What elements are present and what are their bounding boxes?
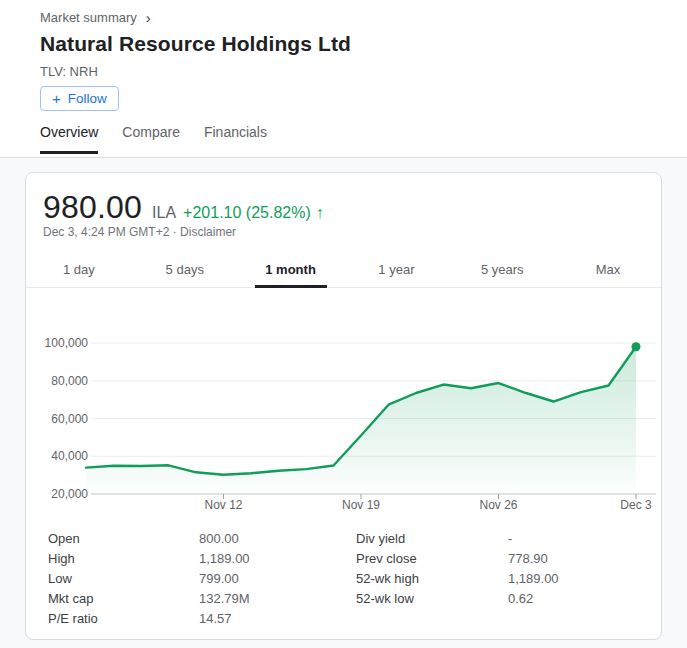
exchange-ticker: TLV: NRH: [40, 64, 98, 79]
stats-table-left: Open800.00 High1,189.00 Low799.00 Mkt ca…: [48, 529, 348, 629]
y-axis-label: 80,000: [41, 374, 88, 388]
stats-row: 52-wk high1,189.00: [356, 569, 656, 589]
stat-value: 799.00: [199, 569, 239, 589]
stat-value: 1,189.00: [508, 569, 559, 589]
range-tabs: 1 day 5 days 1 month 1 year 5 years Max: [26, 251, 661, 288]
price-change: +201.10 (25.82%): [183, 204, 311, 222]
quote-row: 980.00 ILA +201.10 (25.82%) ↑: [43, 189, 324, 226]
stat-label: Open: [48, 531, 80, 546]
x-axis-label: Nov 26: [459, 498, 539, 512]
disclaimer-link[interactable]: Disclaimer: [180, 225, 236, 239]
nav-tabs: Overview Compare Financials: [40, 124, 267, 154]
breadcrumb-label[interactable]: Market summary: [40, 10, 137, 25]
price-chart[interactable]: 20,00040,00060,00080,000100,000Nov 12Nov…: [41, 331, 661, 516]
follow-button[interactable]: + Follow: [40, 86, 119, 111]
stat-value: 800.00: [199, 529, 239, 549]
stat-label: Div yield: [356, 531, 405, 546]
stat-value: 1,189.00: [199, 549, 250, 569]
stat-label: Prev close: [356, 551, 417, 566]
current-price: 980.00: [43, 189, 142, 226]
stats-row: Prev close778.90: [356, 549, 656, 569]
stat-value: 132.79M: [199, 589, 250, 609]
stats-row: Div yield-: [356, 529, 656, 549]
plus-icon: +: [52, 90, 61, 107]
quote-timestamp-row: Dec 3, 4:24 PM GMT+2 · Disclaimer: [43, 225, 236, 239]
chevron-right-icon: ›: [146, 11, 151, 24]
stats-row: Open800.00: [48, 529, 348, 549]
price-chart-svg[interactable]: [41, 331, 661, 516]
range-tab-max[interactable]: Max: [555, 251, 661, 287]
range-tab-1-day[interactable]: 1 day: [26, 251, 132, 287]
endpoint-dot: [632, 342, 641, 351]
stat-label: P/E ratio: [48, 611, 98, 626]
tab-overview[interactable]: Overview: [40, 124, 98, 154]
stat-label: 52-wk high: [356, 571, 419, 586]
stat-label: Low: [48, 571, 72, 586]
y-axis-label: 40,000: [41, 449, 88, 463]
stat-value: 778.90: [508, 549, 548, 569]
stats-row: P/E ratio14.57: [48, 609, 348, 629]
range-tab-1-year[interactable]: 1 year: [343, 251, 449, 287]
y-axis-label: 100,000: [41, 336, 88, 350]
y-axis-label: 20,000: [41, 487, 88, 501]
quote-timestamp: Dec 3, 4:24 PM GMT+2: [43, 225, 169, 239]
stat-value: -: [508, 529, 512, 549]
stat-value: 0.62: [508, 589, 533, 609]
page-title: Natural Resource Holdings Ltd: [40, 32, 351, 56]
quote-card: 980.00 ILA +201.10 (25.82%) ↑ Dec 3, 4:2…: [25, 172, 662, 640]
stats-table-right: Div yield- Prev close778.90 52-wk high1,…: [356, 529, 656, 609]
range-tab-5-years[interactable]: 5 years: [449, 251, 555, 287]
stat-label: High: [48, 551, 75, 566]
stat-label: Mkt cap: [48, 591, 94, 606]
x-axis-label: Nov 19: [321, 498, 401, 512]
stat-value: 14.57: [199, 609, 232, 629]
x-axis-label: Dec 3: [596, 498, 676, 512]
active-underline: [255, 285, 327, 288]
stats-row: High1,189.00: [48, 549, 348, 569]
y-axis-label: 60,000: [41, 412, 88, 426]
stat-label: 52-wk low: [356, 591, 414, 606]
breadcrumb[interactable]: Market summary ›: [40, 10, 151, 25]
stats-row: 52-wk low0.62: [356, 589, 656, 609]
stats-row: Mkt cap132.79M: [48, 589, 348, 609]
tab-financials[interactable]: Financials: [204, 124, 267, 154]
currency-code: ILA: [152, 204, 176, 222]
follow-button-label: Follow: [68, 91, 107, 106]
stats-row: Low799.00: [48, 569, 348, 589]
dot-separator: ·: [173, 225, 177, 239]
tab-compare[interactable]: Compare: [122, 124, 180, 154]
x-axis-label: Nov 12: [184, 498, 264, 512]
header-divider: [0, 157, 687, 158]
range-tab-5-days[interactable]: 5 days: [132, 251, 238, 287]
up-arrow-icon: ↑: [316, 204, 324, 222]
range-tab-1-month[interactable]: 1 month: [238, 251, 344, 287]
area-fill: [86, 347, 636, 494]
